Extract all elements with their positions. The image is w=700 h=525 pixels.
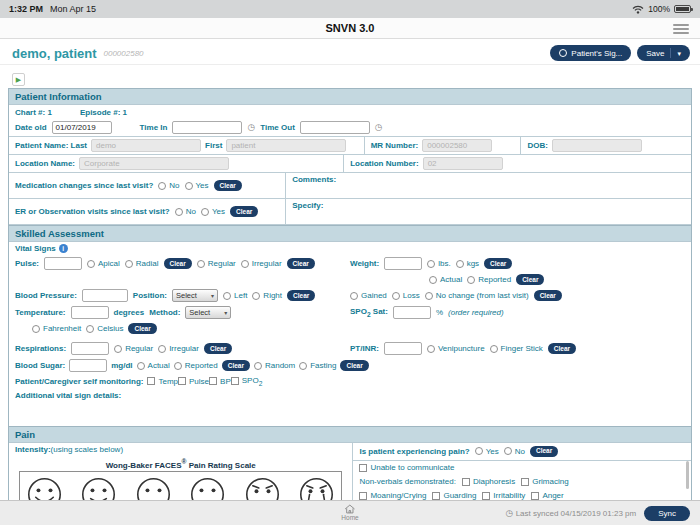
patient-signature-button[interactable]: Patient's Sig... [550, 45, 631, 61]
pulse-irregular-radio[interactable] [241, 260, 249, 268]
time-out-input[interactable] [300, 121, 370, 134]
bs-fasting-radio[interactable] [299, 362, 307, 370]
sync-button[interactable]: Sync [644, 506, 690, 521]
bp-left-radio[interactable] [223, 292, 231, 300]
pulse-regular-radio[interactable] [197, 260, 205, 268]
blood-sugar-input[interactable] [69, 359, 107, 372]
first-name-field[interactable]: patient [226, 139, 346, 152]
bp-right-radio[interactable] [252, 292, 260, 300]
additional-details-area[interactable] [9, 402, 691, 426]
er-no-radio[interactable] [175, 208, 183, 216]
comments-cell[interactable]: Comments: [285, 173, 691, 198]
pulse-apical-radio[interactable] [87, 260, 95, 268]
weight-actual-radio[interactable] [429, 276, 437, 284]
position-select[interactable]: Select▾ [172, 289, 218, 302]
gained-radio[interactable] [350, 292, 358, 300]
ptinr-clear-button[interactable]: Clear [548, 343, 576, 354]
ptinr-group: PT/INR: Venipuncture Finger Stick Clear [350, 342, 685, 355]
grimacing-checkbox[interactable] [521, 478, 529, 486]
temperature-input[interactable] [71, 306, 109, 319]
monitor-bp-checkbox[interactable] [209, 377, 217, 385]
er-clear-button[interactable]: Clear [230, 206, 258, 217]
bs-reported-radio[interactable] [174, 362, 182, 370]
monitor-spo2-checkbox[interactable] [231, 377, 239, 385]
location-name-label: Location Name: [15, 159, 75, 168]
weight-unit-clear-button[interactable]: Clear [484, 258, 512, 269]
celsius-radio[interactable] [86, 325, 94, 333]
moaning-checkbox[interactable] [359, 492, 367, 500]
time-in-input[interactable] [172, 121, 242, 134]
anger-checkbox[interactable] [531, 492, 539, 500]
specify-cell[interactable]: Specify: [285, 199, 691, 224]
chevron-down-icon: ▾ [224, 309, 227, 316]
location-number-field[interactable]: 02 [423, 157, 503, 170]
pain-clear-button[interactable]: Clear [530, 446, 558, 457]
weight-source-clear-button[interactable]: Clear [516, 274, 544, 285]
er-question: ER or Observation visits since last visi… [15, 207, 170, 216]
spo2-input[interactable] [393, 306, 431, 319]
irritability-checkbox[interactable] [482, 492, 490, 500]
bs-random-radio[interactable] [254, 362, 262, 370]
fahrenheit-radio[interactable] [32, 325, 40, 333]
diaphoresis-checkbox[interactable] [462, 478, 470, 486]
chevron-down-icon: ▾ [211, 292, 214, 299]
bp-side-clear-button[interactable]: Clear [287, 290, 315, 301]
pulse-rhythm-clear-button[interactable]: Clear [287, 258, 315, 269]
mr-number-field[interactable]: 000002580 [422, 139, 492, 152]
medication-yes-radio[interactable] [185, 182, 193, 190]
last-name-field[interactable]: demo [91, 139, 201, 152]
mgdl-label: mg/dl [111, 361, 132, 370]
venipuncture-radio[interactable] [427, 345, 435, 353]
app-title: SNVN 3.0 [326, 22, 375, 34]
pulse-input[interactable] [44, 257, 82, 270]
weight-kgs-radio[interactable] [456, 260, 464, 268]
apical-label: Apical [98, 259, 120, 268]
degrees-label: degrees [114, 308, 145, 317]
menu-icon[interactable] [673, 24, 689, 36]
medication-clear-button[interactable]: Clear [214, 180, 242, 191]
respirations-input[interactable] [71, 342, 109, 355]
intensity-row: Intensity: (using scales below) [9, 443, 352, 456]
patient-record-id: 000002580 [104, 49, 144, 58]
home-tab[interactable]: Home [341, 504, 358, 522]
ptinr-input[interactable] [384, 342, 422, 355]
monitor-temp-checkbox[interactable] [147, 377, 155, 385]
bs-actual-radio[interactable] [137, 362, 145, 370]
method-select[interactable]: Select▾ [185, 306, 231, 319]
pain-no-radio[interactable] [504, 447, 512, 455]
weight-lbs-radio[interactable] [427, 260, 435, 268]
pulse-site-clear-button[interactable]: Clear [164, 258, 192, 269]
weight-reported-radio[interactable] [467, 276, 475, 284]
expand-button[interactable]: ▶ [12, 73, 25, 86]
loss-radio[interactable] [392, 292, 400, 300]
resp-regular-radio[interactable] [114, 345, 122, 353]
bs-source-clear-button[interactable]: Clear [222, 360, 250, 371]
location-name-field[interactable]: Corporate [79, 157, 229, 170]
unable-communicate-checkbox[interactable] [359, 464, 367, 472]
chart-number: Chart #: 1 [15, 108, 52, 117]
medication-no-radio[interactable] [158, 182, 166, 190]
weight-input[interactable] [384, 257, 422, 270]
resp-clear-button[interactable]: Clear [204, 343, 232, 354]
date-old-input[interactable]: 01/07/2019 [52, 121, 112, 134]
save-label: Save [646, 49, 664, 58]
title-bar: SNVN 3.0 [0, 18, 700, 39]
monitor-pulse-checkbox[interactable] [178, 377, 186, 385]
guarding-checkbox[interactable] [432, 492, 440, 500]
weight-change-clear-button[interactable]: Clear [534, 290, 562, 301]
dob-field[interactable] [552, 139, 642, 152]
vital-signs-label: Vital Signs [15, 244, 56, 253]
no-change-radio[interactable] [425, 292, 433, 300]
bs-type-clear-button[interactable]: Clear [340, 360, 368, 371]
temp-unit-clear-button[interactable]: Clear [128, 323, 156, 334]
finger-stick-radio[interactable] [490, 345, 498, 353]
kgs-label: kgs [467, 259, 479, 268]
blood-pressure-input[interactable] [82, 289, 128, 302]
er-yes-radio[interactable] [201, 208, 209, 216]
info-icon[interactable]: i [59, 244, 68, 253]
scrollbar[interactable] [686, 461, 689, 489]
pain-yes-radio[interactable] [475, 447, 483, 455]
resp-irregular-radio[interactable] [158, 345, 166, 353]
pulse-radial-radio[interactable] [125, 260, 133, 268]
save-button[interactable]: Save ▾ [637, 45, 690, 61]
